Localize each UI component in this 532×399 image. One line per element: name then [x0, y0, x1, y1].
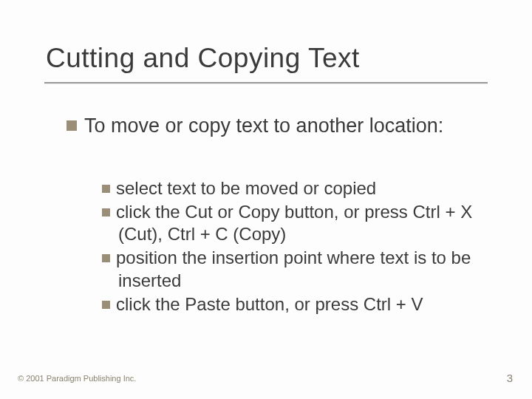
list-item-text: click the Paste button, or press Ctrl + … [116, 294, 423, 314]
slide: Cutting and Copying Text To move or copy… [0, 0, 532, 399]
title-underline [44, 82, 488, 83]
bullet-level-1: To move or copy text to another location… [66, 114, 488, 139]
list-item: position the insertion point where text … [102, 247, 501, 292]
copyright-text: © 2001 Paradigm Publishing Inc. [18, 374, 136, 383]
bullet-level-2-list: select text to be moved or copied click … [102, 177, 501, 316]
square-bullet-icon [102, 185, 110, 193]
square-bullet-icon [102, 301, 110, 309]
square-bullet-icon [102, 208, 110, 216]
square-bullet-icon [102, 254, 110, 262]
square-bullet-icon [66, 120, 77, 131]
list-item: click the Paste button, or press Ctrl + … [102, 293, 501, 316]
list-item-text: position the insertion point where text … [116, 248, 471, 290]
slide-title: Cutting and Copying Text [46, 43, 360, 74]
list-item-text: select text to be moved or copied [116, 178, 376, 198]
list-item-text: click the Cut or Copy button, or press C… [116, 202, 472, 245]
page-number: 3 [507, 372, 513, 384]
list-item: select text to be moved or copied [102, 177, 501, 200]
level1-text: To move or copy text to another location… [84, 115, 443, 137]
list-item: click the Cut or Copy button, or press C… [102, 201, 501, 246]
